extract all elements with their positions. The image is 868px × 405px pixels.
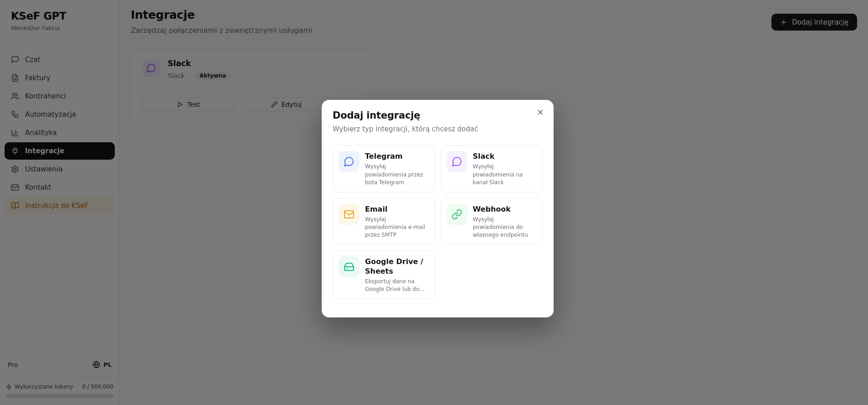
option-description: Eksportuj dane na Google Drive lub do… (365, 278, 429, 293)
option-description: Wysyłaj powiadomienia na kanał Slack (473, 163, 537, 186)
option-text: Email Wysyłaj powiadomienia e-mail przez… (365, 204, 429, 239)
option-title: Slack (473, 151, 537, 161)
option-google-drive[interactable]: Google Drive / Sheets Eksportuj dane na … (333, 250, 435, 299)
close-button[interactable] (534, 106, 546, 118)
link-icon (447, 204, 467, 225)
option-description: Wysyłaj powiadomienia do własnego endpoi… (473, 216, 537, 239)
option-description: Wysyłaj powiadomienia e-mail przez SMTP (365, 216, 429, 239)
hard-drive-icon (339, 256, 360, 277)
option-text: Slack Wysyłaj powiadomienia na kanał Sla… (473, 151, 537, 187)
option-webhook[interactable]: Webhook Wysyłaj powiadomienia do własneg… (441, 198, 543, 245)
option-text: Google Drive / Sheets Eksportuj dane na … (365, 256, 429, 293)
option-title: Telegram (365, 151, 429, 161)
integration-options-grid: Telegram Wysyłaj powiadomienia przez bot… (333, 145, 543, 299)
option-title: Webhook (473, 204, 537, 214)
close-icon (536, 108, 544, 116)
add-integration-modal: Dodaj integrację Wybierz typ integracji,… (322, 100, 554, 317)
chat-bubble-icon (339, 151, 360, 172)
option-title: Email (365, 204, 429, 214)
option-slack[interactable]: Slack Wysyłaj powiadomienia na kanał Sla… (441, 145, 543, 192)
modal-subtitle: Wybierz typ integracji, którą chcesz dod… (333, 125, 543, 133)
option-text: Telegram Wysyłaj powiadomienia przez bot… (365, 151, 429, 187)
envelope-icon (339, 204, 360, 225)
option-title: Google Drive / Sheets (365, 256, 429, 276)
option-email[interactable]: Email Wysyłaj powiadomienia e-mail przez… (333, 198, 435, 245)
chat-bubble-icon (447, 151, 467, 172)
option-telegram[interactable]: Telegram Wysyłaj powiadomienia przez bot… (333, 145, 435, 192)
option-text: Webhook Wysyłaj powiadomienia do własneg… (473, 204, 537, 239)
modal-title: Dodaj integrację (333, 110, 543, 121)
option-description: Wysyłaj powiadomienia przez bota Telegra… (365, 163, 429, 186)
